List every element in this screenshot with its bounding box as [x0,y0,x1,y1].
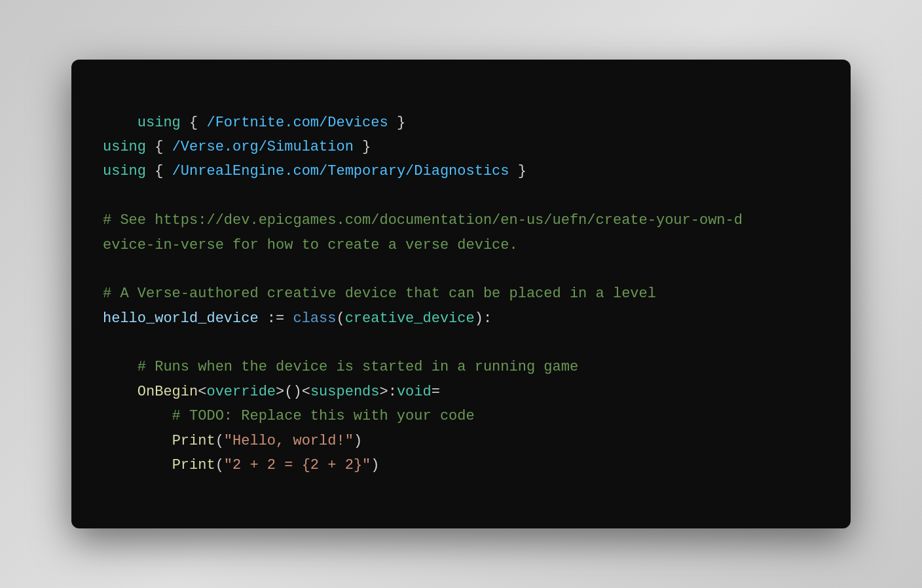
comment-todo: # TODO: Replace this with your code [103,408,475,424]
keyword-using-2: using [103,139,146,155]
keyword-using-3: using [103,163,146,179]
using-line-1: using { /Fortnite.com/Devices } [138,115,405,131]
import-path-2: /Verse.org/Simulation [172,139,354,155]
import-path-1: /Fortnite.com/Devices [206,115,388,131]
print-math: Print("2 + 2 = {2 + 2}") [103,457,379,473]
onbegin-signature: OnBegin<override>()<suspends>:void= [103,384,440,400]
using-line-3: using { /UnrealEngine.com/Temporary/Diag… [103,163,526,179]
comment-a-verse: # A Verse-authored creative device that … [103,285,656,302]
comment-runs: # Runs when the device is started in a r… [103,359,578,375]
keyword-using-1: using [138,115,181,131]
code-window: using { /Fortnite.com/Devices } using { … [71,60,851,528]
comment-see: # See https://dev.epicgames.com/document… [103,212,743,253]
using-line-2: using { /Verse.org/Simulation } [103,139,371,155]
print-hello: Print("Hello, world!") [103,433,362,449]
import-path-3: /UnrealEngine.com/Temporary/Diagnostics [172,163,509,179]
class-definition: hello_world_device := class(creative_dev… [103,310,492,327]
code-block: using { /Fortnite.com/Devices } using { … [103,86,819,502]
